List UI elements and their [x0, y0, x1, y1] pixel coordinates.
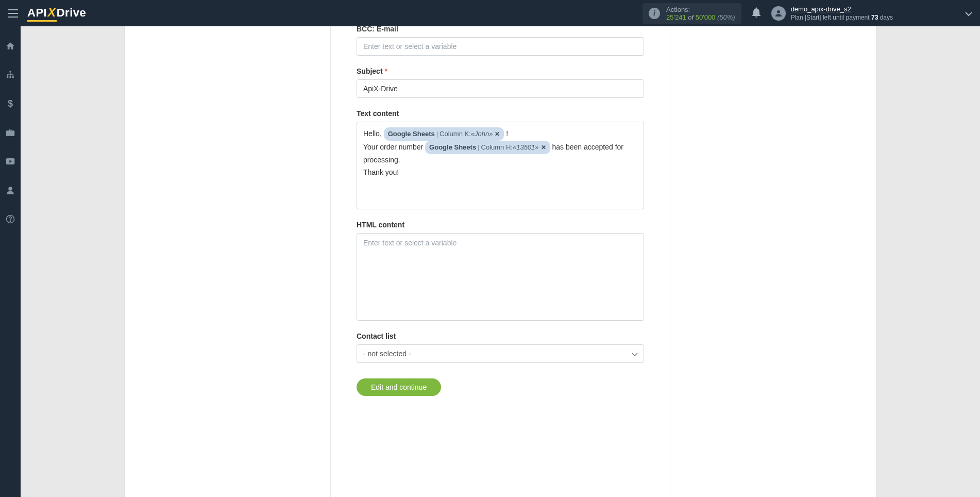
- subject-label: Subject *: [357, 67, 644, 75]
- html-content-label: HTML content: [357, 221, 644, 229]
- sidebar: $: [0, 26, 21, 497]
- user-block[interactable]: demo_apix-drive_s2 Plan |Start| left unt…: [771, 5, 893, 21]
- actions-box[interactable]: i Actions: 25'241 of 50'000 (50%): [643, 3, 741, 24]
- text-content-group: Text content Hello, Google Sheets | Colu…: [357, 109, 644, 209]
- svg-point-7: [8, 187, 12, 191]
- info-icon: i: [649, 8, 660, 19]
- contact-list-label: Contact list: [357, 332, 644, 340]
- avatar-icon: [771, 6, 786, 21]
- actions-of: of: [686, 13, 696, 21]
- variable-chip[interactable]: Google Sheets | Column H: «13501» ✕: [425, 141, 550, 154]
- svg-text:$: $: [8, 99, 13, 108]
- actions-pct: (50%): [715, 13, 735, 21]
- content-outer: BCC: E-mail Subject * Text content Hello…: [124, 26, 876, 497]
- subject-group: Subject *: [357, 67, 644, 98]
- logo[interactable]: APIX Drive: [27, 5, 86, 22]
- chip-close-icon[interactable]: ✕: [495, 129, 500, 139]
- user-info: demo_apix-drive_s2 Plan |Start| left unt…: [791, 5, 893, 21]
- sidebar-item-briefcase[interactable]: [0, 123, 21, 142]
- text-content-box[interactable]: Hello, Google Sheets | Column K: «John» …: [357, 122, 644, 209]
- sidebar-item-help[interactable]: [0, 210, 21, 228]
- user-plan: Plan |Start| left until payment 73 days: [791, 14, 893, 21]
- sidebar-item-billing[interactable]: $: [0, 94, 21, 113]
- sidebar-item-user[interactable]: [0, 181, 21, 200]
- actions-label: Actions:: [666, 6, 735, 13]
- svg-rect-3: [10, 76, 11, 78]
- hamburger-icon[interactable]: [8, 9, 18, 18]
- sidebar-item-video[interactable]: [0, 152, 21, 171]
- topbar: APIX Drive i Actions: 25'241 of 50'000 (…: [0, 0, 980, 26]
- chip-close-icon[interactable]: ✕: [541, 142, 546, 153]
- submit-group: Edit and continue: [357, 378, 644, 396]
- logo-drive: Drive: [57, 6, 87, 20]
- logo-x: X: [47, 5, 56, 19]
- user-name: demo_apix-drive_s2: [791, 5, 893, 13]
- contact-list-select[interactable]: - not selected -: [357, 344, 644, 363]
- svg-rect-1: [10, 71, 11, 73]
- form-panel: BCC: E-mail Subject * Text content Hello…: [330, 26, 670, 497]
- variable-chip[interactable]: Google Sheets | Column K: «John» ✕: [384, 127, 504, 141]
- sidebar-item-home[interactable]: [0, 37, 21, 55]
- bell-icon[interactable]: [752, 7, 761, 20]
- actions-text: Actions: 25'241 of 50'000 (50%): [666, 6, 735, 21]
- svg-point-0: [777, 10, 780, 13]
- subject-input[interactable]: [357, 79, 644, 98]
- main-content: BCC: E-mail Subject * Text content Hello…: [21, 26, 980, 497]
- html-content-box[interactable]: Enter text or select a variable: [357, 233, 644, 321]
- bcc-group: BCC: E-mail: [357, 25, 644, 56]
- text-content-label: Text content: [357, 109, 644, 118]
- actions-current: 25'241: [666, 13, 686, 21]
- chevron-down-icon[interactable]: [893, 9, 972, 18]
- svg-rect-2: [7, 76, 8, 78]
- logo-api: API: [27, 6, 47, 19]
- svg-point-9: [10, 221, 11, 222]
- actions-total: 50'000: [696, 13, 716, 21]
- sidebar-item-connections[interactable]: [0, 65, 21, 84]
- required-mark: *: [384, 67, 387, 75]
- contact-list-group: Contact list - not selected -: [357, 332, 644, 363]
- html-content-group: HTML content Enter text or select a vari…: [357, 221, 644, 321]
- edit-continue-button[interactable]: Edit and continue: [357, 378, 441, 396]
- bcc-input[interactable]: [357, 37, 644, 56]
- svg-rect-4: [12, 76, 14, 78]
